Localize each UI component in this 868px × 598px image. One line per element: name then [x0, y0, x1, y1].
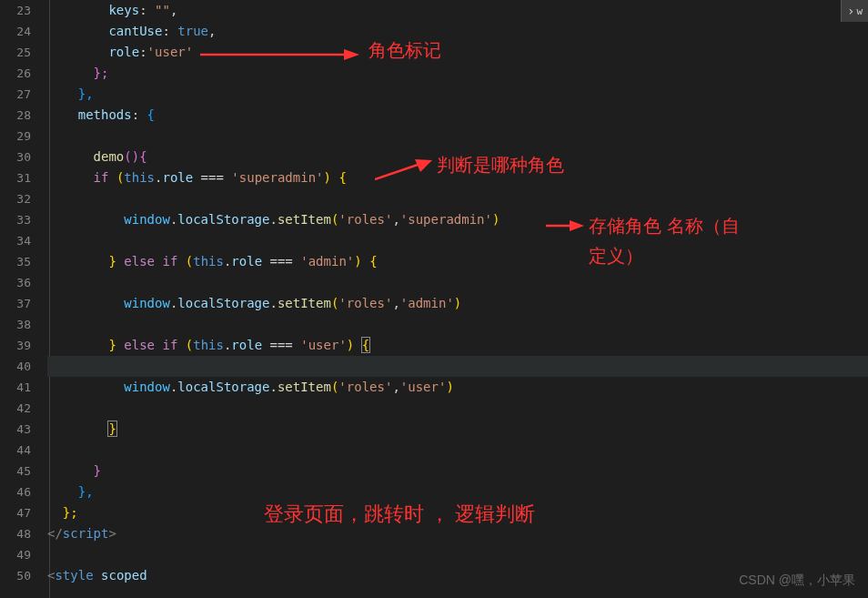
- line-number: 24: [7, 21, 31, 42]
- line-number: 34: [7, 230, 31, 251]
- code-line[interactable]: demo(){: [47, 147, 868, 167]
- line-number: 37: [7, 293, 31, 314]
- line-number: 25: [7, 42, 31, 63]
- code-line[interactable]: [47, 440, 868, 461]
- code-line[interactable]: [47, 398, 868, 419]
- line-number: 41: [7, 377, 31, 398]
- scroll-label: w: [856, 5, 863, 17]
- line-number: 32: [7, 188, 31, 209]
- line-number: 23: [7, 0, 31, 21]
- code-line[interactable]: methods: {: [47, 105, 868, 126]
- line-number: 26: [7, 63, 31, 84]
- line-number: 44: [7, 440, 31, 461]
- code-editor[interactable]: 23 24 25 26 27 28 29 30 31 32 33 34 35 3…: [0, 0, 868, 598]
- line-number: 48: [7, 523, 31, 544]
- code-line-active[interactable]: [47, 356, 868, 377]
- line-number: 46: [7, 481, 31, 502]
- line-number: 31: [7, 167, 31, 188]
- line-number: 36: [7, 272, 31, 293]
- line-number: 45: [7, 461, 31, 481]
- code-line[interactable]: window.localStorage.setItem('roles','adm…: [47, 293, 868, 314]
- scroll-tab-button[interactable]: › w: [841, 0, 868, 22]
- chevron-right-icon: ›: [847, 4, 854, 18]
- line-number: 50: [7, 565, 31, 586]
- line-number: 43: [7, 419, 31, 440]
- code-area[interactable]: keys: "", cantUse: true, role:'user' }; …: [44, 0, 868, 598]
- line-number: 27: [7, 84, 31, 105]
- code-line[interactable]: [47, 188, 868, 209]
- code-line[interactable]: cantUse: true,: [47, 21, 868, 42]
- line-number: 42: [7, 398, 31, 419]
- code-line[interactable]: </script>: [47, 523, 868, 544]
- code-line[interactable]: window.localStorage.setItem('roles','sup…: [47, 209, 868, 230]
- code-line[interactable]: },: [47, 481, 868, 502]
- line-number-gutter: 23 24 25 26 27 28 29 30 31 32 33 34 35 3…: [0, 0, 44, 598]
- code-line[interactable]: }: [47, 419, 868, 440]
- code-line[interactable]: },: [47, 84, 868, 105]
- code-line[interactable]: role:'user': [47, 42, 868, 63]
- code-line[interactable]: }: [47, 461, 868, 481]
- code-line[interactable]: [47, 314, 868, 335]
- code-line[interactable]: [47, 126, 868, 147]
- code-line[interactable]: } else if (this.role === 'user') {: [47, 335, 868, 356]
- code-line[interactable]: [47, 544, 868, 565]
- code-line[interactable]: window.localStorage.setItem('roles','use…: [47, 377, 868, 398]
- code-line[interactable]: if (this.role === 'superadmin') {: [47, 167, 868, 188]
- line-number: 40: [7, 356, 31, 377]
- line-number: 35: [7, 251, 31, 272]
- line-number: 28: [7, 105, 31, 126]
- line-number: 30: [7, 147, 31, 167]
- line-number: 33: [7, 209, 31, 230]
- code-line[interactable]: };: [47, 502, 868, 523]
- code-line[interactable]: keys: "",: [47, 0, 868, 21]
- line-number: 39: [7, 335, 31, 356]
- line-number: 47: [7, 502, 31, 523]
- line-number: 38: [7, 314, 31, 335]
- code-line[interactable]: } else if (this.role === 'admin') {: [47, 251, 868, 272]
- line-number: 29: [7, 126, 31, 147]
- line-number: 49: [7, 544, 31, 565]
- code-line[interactable]: [47, 272, 868, 293]
- watermark: CSDN @嘿，小苹果: [739, 573, 855, 589]
- code-line[interactable]: };: [47, 63, 868, 84]
- code-line[interactable]: [47, 230, 868, 251]
